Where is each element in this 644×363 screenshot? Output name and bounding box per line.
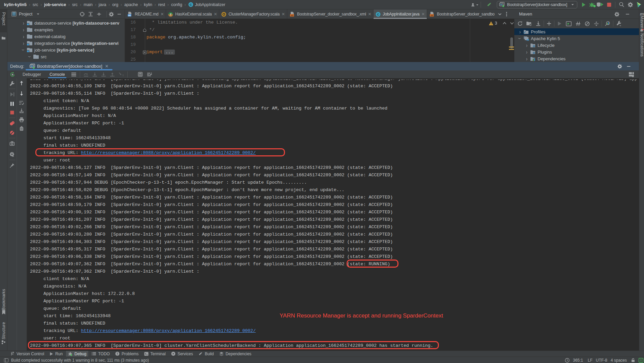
- svg-text:I: I: [122, 74, 124, 77]
- svg-text:T: T: [640, 359, 642, 362]
- svg-text:<>: <>: [430, 14, 433, 17]
- svg-text:<>: <>: [291, 14, 293, 17]
- svg-text:C: C: [377, 12, 380, 16]
- svg-text:MD: MD: [128, 14, 131, 17]
- svg-text:m: m: [527, 38, 529, 41]
- svg-text:C: C: [190, 3, 192, 6]
- svg-text:T: T: [170, 12, 172, 16]
